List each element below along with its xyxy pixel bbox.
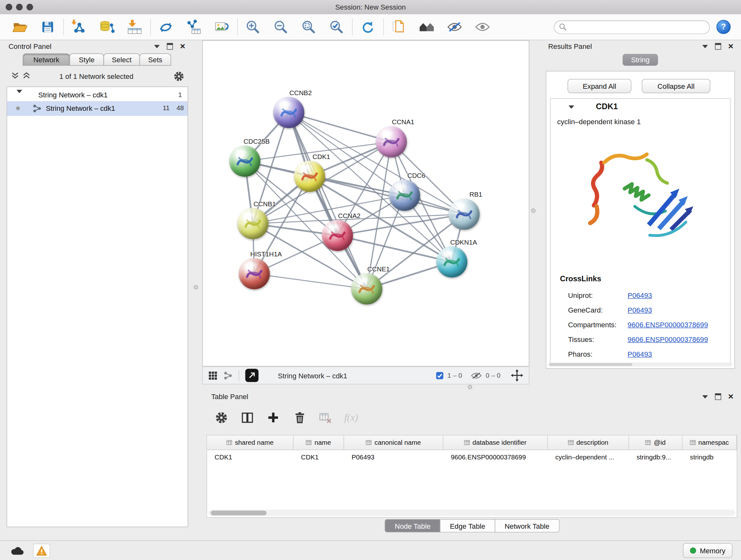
network-options-gear[interactable] [173,71,184,84]
panel-menu-icon[interactable] [702,395,708,398]
column-header-name[interactable]: name [293,435,344,449]
tab-style[interactable]: Style [70,53,104,66]
network-node-cdc6[interactable] [389,180,420,211]
panel-menu-icon[interactable] [154,45,160,48]
network-node-cdk1[interactable] [294,161,325,192]
hide-selected-button[interactable] [445,17,464,37]
table-cell[interactable]: CDK1 [293,450,344,464]
network-edge[interactable] [337,235,452,262]
column-header--id[interactable]: @id [629,435,682,449]
save-session-button[interactable] [38,17,57,37]
zoom-fit-button[interactable] [299,17,318,37]
zoom-selected-button[interactable] [327,17,346,37]
gene-header[interactable]: CDK1 [550,99,730,115]
show-columns-button[interactable] [238,408,256,427]
panel-close-icon[interactable]: × [728,390,733,403]
network-canvas[interactable]: CCNB2CCNA1CDC25BCDK1CDC6RB1CCNB1CCNA2CDK… [202,40,529,367]
collapse-gene-icon[interactable] [568,105,574,109]
table-cell[interactable]: CDK1 [207,450,293,464]
table-cell[interactable]: 9606.ENSP00000378699 [443,450,548,464]
selected-checkbox-icon[interactable] [435,371,444,379]
tab-network-table[interactable]: Network Table [495,519,559,532]
network-node-ccna1[interactable] [376,126,407,158]
table-settings-button[interactable] [212,408,230,427]
tab-network[interactable]: Network [23,53,70,66]
delete-table-button[interactable] [316,408,334,427]
share-view-icon[interactable] [223,371,232,380]
vertical-splitter-handle[interactable] [194,285,198,289]
network-node-ccne1[interactable] [351,273,382,305]
network-edge[interactable] [289,112,367,289]
create-column-button[interactable] [264,408,282,427]
crosslink-link[interactable]: P06493 [628,306,652,314]
column-header-description[interactable]: description [548,435,629,449]
network-node-cdc25b[interactable] [229,145,260,177]
graphics-details-button[interactable] [417,17,436,37]
delete-column-button[interactable] [290,408,308,427]
network-navigator-button[interactable] [246,369,259,382]
tab-string[interactable]: String [623,54,658,66]
network-node-hist1h1a[interactable] [239,258,270,290]
crosslink-link[interactable]: P06493 [628,291,652,299]
pan-crosshair-icon[interactable] [511,369,523,382]
annotations-button[interactable] [389,17,408,37]
horizontal-splitter-handle[interactable] [468,385,472,389]
export-image-button[interactable] [212,17,231,37]
network-row-selected[interactable]: String Network – cdk1 11 48 [7,101,188,116]
disclosure-triangle-icon[interactable] [17,93,22,102]
import-network-database-button[interactable] [97,17,116,37]
memory-button[interactable]: Memory [683,543,733,558]
table-cell[interactable]: stringdb [682,450,737,464]
panel-menu-icon[interactable] [702,45,708,48]
collapse-all-button[interactable]: Collapse All [642,79,711,93]
help-button[interactable]: ? [717,20,731,34]
crosslink-link[interactable]: 9606.ENSP00000378699 [628,320,708,328]
network-edge[interactable] [254,273,367,289]
network-node-ccnb1[interactable] [237,208,268,240]
show-panel-button[interactable] [473,17,492,37]
scrollbar-thumb[interactable] [211,510,266,515]
results-horizontal-scrollbar[interactable] [548,363,733,367]
network-node-cdkn1a[interactable] [436,246,468,278]
crosslink-link[interactable]: P06493 [628,350,652,358]
panel-float-icon[interactable] [167,43,173,50]
column-header-namespac[interactable]: namespac [682,435,737,449]
panel-float-icon[interactable] [715,43,721,50]
open-session-button[interactable] [10,17,29,37]
panel-float-icon[interactable] [715,393,721,400]
table-cell[interactable]: cyclin–dependent ... [548,450,629,464]
import-network-file-button[interactable] [70,17,88,37]
function-builder-button[interactable]: f(x) [342,408,360,427]
network-collection-row[interactable]: String Network – cdk1 1 [7,88,188,102]
network-node-ccnb2[interactable] [273,97,305,128]
hidden-eye-slash-icon[interactable] [471,371,482,379]
panel-close-icon[interactable]: × [180,40,185,53]
column-header-shared-name[interactable]: shared name [207,435,293,449]
warnings-button[interactable] [33,543,50,557]
expand-all-button[interactable]: Expand All [568,79,631,93]
table-row[interactable]: CDK1CDK1P064939606.ENSP00000378699cyclin… [207,450,737,464]
new-network-from-selection-button[interactable] [185,17,203,37]
apply-layout-button[interactable] [358,17,377,37]
table-horizontal-scrollbar[interactable] [208,509,735,516]
zoom-in-button[interactable] [244,17,262,37]
table-cell[interactable]: stringdb:9... [629,450,682,464]
crosslink-link[interactable]: 9606.ENSP00000378699 [628,335,708,343]
tab-edge-table[interactable]: Edge Table [440,519,495,532]
column-header-canonical-name[interactable]: canonical name [344,435,443,449]
network-node-ccna2[interactable] [322,220,353,251]
column-header-database-identifier[interactable]: database identifier [443,435,548,449]
panel-close-icon[interactable]: × [728,40,733,53]
zoom-out-button[interactable] [271,17,290,37]
tab-select[interactable]: Select [104,53,140,66]
import-table-button[interactable] [125,17,144,37]
first-neighbors-button[interactable] [156,17,175,37]
table-cell[interactable]: P06493 [344,450,443,464]
tab-node-table[interactable]: Node Table [385,519,441,532]
network-node-rb1[interactable] [448,199,480,230]
search-input[interactable] [569,23,704,31]
vertical-splitter-handle[interactable] [531,208,535,212]
cloud-status-button[interactable] [9,543,25,557]
grid-view-icon[interactable] [208,371,217,380]
tab-sets[interactable]: Sets [139,53,171,66]
